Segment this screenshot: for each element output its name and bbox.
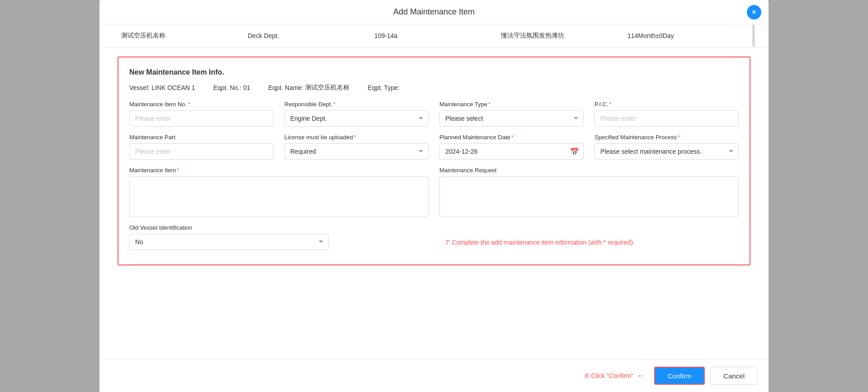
maintenance-item-no-input[interactable] xyxy=(129,110,274,127)
license-group: License must be uploaded* Required Optio… xyxy=(284,134,429,160)
specified-process-select[interactable]: Please select maintenance process. xyxy=(594,143,739,160)
vessel-value: LINK OCEAN 1 xyxy=(151,84,195,91)
license-select[interactable]: Required Optional Not Required xyxy=(284,143,429,160)
responsible-dept-label: Responsible Dept.* xyxy=(284,101,429,108)
maintenance-item-textarea[interactable] xyxy=(129,176,429,217)
eqpt-name-label: Eqpt. Name: xyxy=(268,84,303,91)
maintenance-part-input[interactable] xyxy=(129,143,274,160)
form-row-4: Old Vessel Identification No Yes 7'.Comp… xyxy=(129,224,739,250)
modal-footer: 8'.Click "Confirm" ← Confirm Cancel xyxy=(99,359,769,392)
pic-group: P.I.C.* xyxy=(594,101,739,127)
eqpt-type-info: Eqpt. Type: xyxy=(368,84,401,91)
specified-process-group: Specified Maintenance Process* Please se… xyxy=(594,134,739,160)
responsible-dept-select[interactable]: Engine Dept. Deck Dept. Other xyxy=(284,110,429,127)
old-vessel-label: Old Vessel Identification xyxy=(129,224,329,231)
form-section: New Maintenance Item Info. Vessel: LINK … xyxy=(118,57,750,265)
close-button[interactable]: × xyxy=(747,5,761,19)
table-cell-1: 测试空压机名称 xyxy=(118,30,244,42)
modal-overlay: Add Maintenance Item × 测试空压机名称 Deck Dept… xyxy=(0,0,868,392)
table-cell-3: 109-14a xyxy=(371,30,497,41)
table-cell-2: Deck Dept. xyxy=(244,30,371,41)
vessel-info: Vessel: LINK OCEAN 1 xyxy=(129,84,195,91)
form-row-2: Maintenance Part License must be uploade… xyxy=(129,134,739,160)
maintenance-type-label: Maintenance Type* xyxy=(439,101,584,108)
old-vessel-group: Old Vessel Identification No Yes xyxy=(129,224,329,250)
section-title: New Maintenance Item Info. xyxy=(129,68,739,76)
confirm-button[interactable]: Confirm xyxy=(654,367,705,385)
old-vessel-select[interactable]: No Yes xyxy=(129,234,329,250)
maintenance-request-textarea[interactable] xyxy=(439,176,739,217)
maintenance-item-label: Maintenance Item* xyxy=(129,167,429,174)
modal-title: Add Maintenance Item xyxy=(393,7,475,17)
maintenance-part-group: Maintenance Part xyxy=(129,134,274,160)
license-label: License must be uploaded* xyxy=(284,134,429,141)
maintenance-item-no-label: Maintenance Item No.* xyxy=(129,101,274,108)
date-input-wrap: 📅 xyxy=(439,143,584,160)
maintenance-request-group: Maintenance Request xyxy=(439,167,739,217)
modal-header: Add Maintenance Item × xyxy=(99,0,769,24)
vessel-label: Vessel: xyxy=(129,84,150,91)
modal-body: 测试空压机名称 Deck Dept. 109-14a 懂法守法氛围发热潍坊 11… xyxy=(99,24,769,359)
modal-dialog: Add Maintenance Item × 测试空压机名称 Deck Dept… xyxy=(99,0,769,392)
maintenance-request-label: Maintenance Request xyxy=(439,167,739,174)
pic-input[interactable] xyxy=(594,110,739,127)
maintenance-item-no-group: Maintenance Item No.* xyxy=(129,101,274,127)
footer-hint-text: 8'.Click "Confirm" xyxy=(585,372,633,379)
specified-process-label: Specified Maintenance Process* xyxy=(594,134,739,141)
planned-date-input[interactable] xyxy=(439,143,584,160)
footer-hint: 8'.Click "Confirm" ← xyxy=(585,371,645,381)
table-cell-4: 懂法守法氛围发热潍坊 xyxy=(497,30,624,42)
maintenance-part-label: Maintenance Part xyxy=(129,134,274,141)
form-hint-text: 7'.Complete the add maintenance item inf… xyxy=(340,224,739,246)
eqpt-no-value: 01 xyxy=(243,84,250,91)
eqpt-no-info: Eqpt. No.: 01 xyxy=(213,84,250,91)
cancel-button[interactable]: Cancel xyxy=(710,367,758,385)
arrow-icon: ← xyxy=(637,371,645,381)
form-row-1: Maintenance Item No.* Responsible Dept.*… xyxy=(129,101,739,127)
eqpt-name-info: Eqpt. Name: 测试空压机名称 xyxy=(268,84,349,92)
eqpt-name-value: 测试空压机名称 xyxy=(305,84,349,92)
eqpt-no-label: Eqpt. No.: xyxy=(213,84,241,91)
form-row-3: Maintenance Item* Maintenance Request xyxy=(129,167,739,217)
maintenance-type-select[interactable]: Please select Type A Type B xyxy=(439,110,584,127)
planned-date-label: Planned Maintenance Date* xyxy=(439,134,584,141)
table-cell-5: 114Month±0Day xyxy=(624,30,750,41)
maintenance-item-group: Maintenance Item* xyxy=(129,167,429,217)
eqpt-type-label: Eqpt. Type: xyxy=(368,84,400,91)
maintenance-type-group: Maintenance Type* Please select Type A T… xyxy=(439,101,584,127)
table-preview-row: 测试空压机名称 Deck Dept. 109-14a 懂法守法氛围发热潍坊 11… xyxy=(99,24,769,47)
pic-label: P.I.C.* xyxy=(594,101,739,108)
responsible-dept-group: Responsible Dept.* Engine Dept. Deck Dep… xyxy=(284,101,429,127)
info-row: Vessel: LINK OCEAN 1 Eqpt. No.: 01 Eqpt.… xyxy=(129,84,739,92)
planned-date-group: Planned Maintenance Date* 📅 xyxy=(439,134,584,160)
